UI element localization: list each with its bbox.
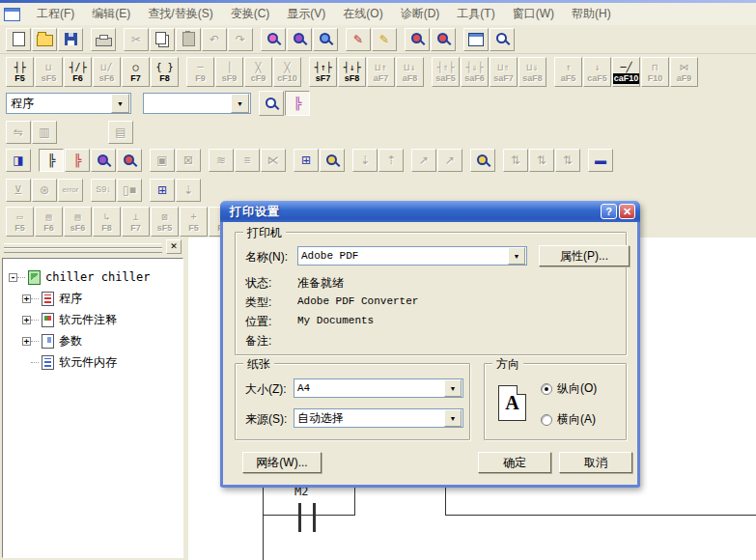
device-test-button[interactable]: ⇅ [503, 149, 528, 172]
monitor-edit-button[interactable] [117, 149, 142, 172]
menu-help[interactable]: 帮助(H) [563, 3, 620, 25]
find-device-button[interactable] [261, 28, 286, 51]
partial-run-button[interactable]: ▯■ [117, 179, 142, 202]
chevron-down-icon[interactable]: ▼ [444, 409, 462, 427]
remote-monitor-button[interactable]: ▬ [588, 149, 613, 172]
zoom-out-button[interactable] [405, 28, 430, 51]
step-range-button[interactable]: S9↓ [91, 179, 116, 202]
fkey-coil[interactable]: ○F7 [122, 57, 150, 87]
monitor-condition-button[interactable]: ⇡ [378, 149, 404, 172]
cancel-button[interactable]: 取消 [559, 452, 632, 473]
entry-data-monitor-button[interactable] [320, 149, 345, 172]
fkey-saF5[interactable]: ┤⇑├saF5 [432, 57, 460, 87]
properties-button[interactable]: 属性(P)... [539, 245, 630, 266]
copy-button[interactable] [150, 28, 175, 51]
undo-button[interactable]: ↶ [202, 28, 227, 51]
monitor-mode-button[interactable]: ▥ [32, 121, 57, 144]
find-result-button[interactable] [490, 28, 515, 51]
monitor-stop-button[interactable]: ⊠ [176, 149, 201, 172]
sfc-end-step[interactable]: ⊠sF5 [151, 207, 179, 237]
menu-window[interactable]: 窗口(W) [504, 3, 563, 25]
fkey-application-instruction[interactable]: { }F8 [151, 57, 179, 87]
fkey-open-contact[interactable]: ┤├F5 [6, 57, 34, 87]
device-skip-button[interactable]: ⇅ [555, 149, 580, 172]
open-project-button[interactable] [32, 28, 57, 51]
fkey-or-rising-pulse[interactable]: ⊔↑aF7 [367, 57, 395, 87]
parallel-monitor-button[interactable]: ≡ [235, 149, 260, 172]
tree-item-program[interactable]: + 程序 [9, 288, 182, 309]
sfc-jump[interactable]: ↳F8 [93, 207, 121, 237]
tree-item-label[interactable]: 程序 [59, 291, 82, 307]
program-select-combo[interactable]: 程序 ▼ [6, 93, 131, 114]
landscape-radio[interactable]: 横向(A) [541, 411, 596, 428]
ladder-logic-test-button[interactable]: ▤ [108, 121, 133, 144]
menu-convert[interactable]: 变换(C) [222, 3, 279, 25]
cut-button[interactable]: ✂ [124, 28, 149, 51]
expand-icon[interactable]: + [22, 337, 31, 346]
fkey-falling-pulse[interactable]: ┤↓├sF8 [338, 57, 366, 87]
menu-find-replace[interactable]: 查找/替换(S) [139, 3, 221, 25]
step-run-button[interactable]: ⊻ [6, 179, 31, 202]
device-monitor-find-button[interactable] [91, 149, 116, 172]
chevron-down-icon[interactable]: ▼ [508, 247, 525, 265]
tree-root-label[interactable]: chiller chiller [45, 270, 150, 284]
close-button[interactable]: ✕ [619, 204, 635, 219]
menu-edit[interactable]: 编辑(E) [83, 3, 139, 25]
fkey-aF5[interactable]: ↑aF5 [554, 57, 582, 87]
chevron-down-icon[interactable]: ▼ [444, 379, 462, 397]
remote-operation-button[interactable]: ⇋ [6, 121, 31, 144]
fkey-F10[interactable]: ⊓F10 [641, 57, 669, 87]
fkey-or-open-contact[interactable]: ⊔sF5 [35, 57, 63, 87]
statement-edit-button[interactable]: ✎ [372, 28, 397, 51]
zoom-in-button[interactable] [431, 28, 456, 51]
panel-close-button[interactable]: ✕ [166, 239, 182, 254]
sfc-step[interactable]: ▭F5 [6, 207, 34, 237]
error-jump-button[interactable]: error [58, 179, 83, 202]
sfc-dummy-step[interactable]: ▤sF6 [64, 207, 92, 237]
fkey-vertical-line[interactable]: │sF9 [215, 57, 243, 87]
printer-name-combo[interactable]: Adobe PDF ▼ [297, 246, 527, 266]
menu-view[interactable]: 显示(V) [278, 3, 334, 25]
menu-diagnostics[interactable]: 诊断(D) [392, 3, 449, 25]
sfc-selection-branch[interactable]: +F5 [180, 207, 208, 237]
program-ld-button[interactable]: ◨ [6, 149, 31, 172]
portrait-radio[interactable]: 纵向(O) [541, 380, 597, 397]
fkey-saF8[interactable]: ⊔⇓saF8 [518, 57, 546, 87]
ladder-edit-button[interactable]: ╠ [65, 149, 90, 172]
expand-icon[interactable]: + [22, 316, 31, 324]
time-find-button[interactable] [470, 149, 495, 172]
fkey-invert-result[interactable]: ─╱caF10 [612, 57, 640, 87]
tree-item-label[interactable]: 软元件内存 [59, 354, 117, 371]
tree-root-row[interactable]: - chiller chiller [9, 266, 182, 288]
mdi-child-window-icon[interactable] [4, 8, 20, 21]
forced-io-button[interactable]: ⇅ [529, 149, 554, 172]
fkey-saF6[interactable]: ┤⇓├saF6 [461, 57, 489, 87]
fkey-saF7[interactable]: ⊔⇑saF7 [490, 57, 518, 87]
paper-size-combo[interactable]: A4 ▼ [294, 378, 463, 398]
scan-jump-button[interactable]: ↗ [411, 149, 436, 172]
chevron-down-icon[interactable]: ▼ [111, 94, 129, 113]
fkey-delete-vline[interactable]: ╳cF10 [273, 57, 301, 87]
pause-button[interactable]: ⊛ [32, 179, 57, 202]
fkey-rising-pulse[interactable]: ┤↑├sF7 [309, 57, 337, 87]
comment-display-button[interactable] [259, 91, 284, 116]
panel-grip[interactable] [4, 248, 162, 253]
sampling-trace-button[interactable]: ⋉ [261, 149, 286, 172]
menu-online[interactable]: 在线(O) [334, 3, 391, 25]
menu-project[interactable]: 工程(F) [28, 3, 83, 25]
online-change-button[interactable]: ≋ [209, 149, 234, 172]
tree-item-label[interactable]: 参数 [59, 333, 82, 350]
new-document-button[interactable] [6, 28, 31, 51]
tree-item-device-comment[interactable]: + 软元件注释 [9, 309, 182, 330]
sfc-transition[interactable]: ⊥F7 [122, 207, 150, 237]
project-tree-toggle-button[interactable]: ╠ [285, 91, 310, 116]
step-jump-button[interactable]: ↗ [437, 149, 462, 172]
tree-item-label[interactable]: 软元件注释 [59, 312, 117, 328]
block-select-combo[interactable]: ▼ [143, 93, 251, 114]
network-button[interactable]: 网络(W)... [242, 452, 322, 473]
paste-button[interactable] [176, 28, 201, 51]
fkey-or-falling-pulse[interactable]: ⊔↓aF8 [396, 57, 424, 87]
fkey-caF5[interactable]: ↓caF5 [583, 57, 611, 87]
menu-tools[interactable]: 工具(T) [448, 3, 503, 25]
program-list-button[interactable]: ⊞ [150, 179, 175, 202]
